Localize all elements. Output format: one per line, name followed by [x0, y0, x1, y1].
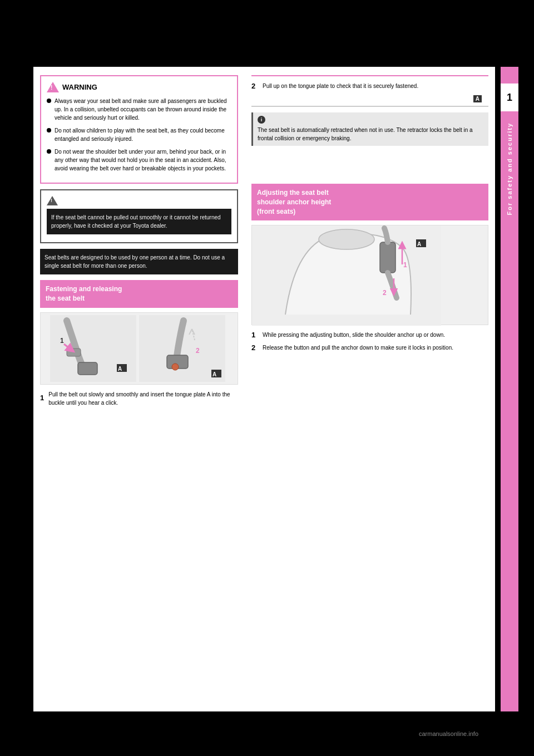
caution-header [47, 196, 231, 205]
warning-text-2: Do not allow children to play with the s… [55, 126, 231, 143]
adj-step2-number: 2 [251, 343, 260, 352]
info-text: The seat belt is automatically retracted… [258, 127, 473, 141]
warning-title: WARNING [62, 83, 97, 91]
svg-point-8 [172, 364, 179, 370]
warning-header: WARNING [47, 82, 231, 92]
fastening-title-line1: Fastening and releasing [46, 284, 233, 294]
svg-rect-14 [380, 242, 395, 273]
bullet-icon-3 [47, 149, 51, 154]
adj-step2-text: Release the button and pull the anchor d… [263, 343, 453, 352]
two-columns: WARNING Always wear your seat belt and m… [33, 67, 495, 711]
page-container: 1 For safety and security WARNING Always… [0, 0, 534, 756]
step1-text: Pull the belt out slowly and smoothly an… [48, 390, 238, 407]
warning-item-2: Do not allow children to play with the s… [47, 126, 231, 143]
caution-detail-box: Seat belts are designed to be used by on… [40, 249, 238, 274]
step2-divider [251, 106, 488, 107]
step1-number: 1 [40, 394, 44, 402]
svg-rect-1 [78, 362, 97, 375]
warning-item-3: Do not wear the shoulder belt under your… [47, 148, 231, 173]
svg-rect-2 [67, 348, 81, 356]
caution-detail-wrapper: Seat belts are designed to be used by on… [40, 249, 238, 274]
chapter-label: For safety and security [506, 122, 513, 215]
warning-text-1: Always wear your seat belt and make sure… [55, 97, 231, 122]
adjusting-title-1: Adjusting the seat belt [257, 188, 483, 198]
caution-text: If the seat belt cannot be pulled out sm… [51, 214, 221, 229]
adjusting-svg: 1 2 A [252, 225, 441, 326]
svg-text:A: A [212, 371, 216, 377]
top-divider [251, 75, 488, 76]
svg-text:A: A [118, 366, 122, 372]
svg-point-13 [319, 229, 374, 249]
svg-text:2: 2 [196, 347, 200, 355]
adjusting-illustration: 1 2 A [251, 225, 488, 325]
caution-dark-box: If the seat belt cannot be pulled out sm… [47, 209, 231, 234]
adj-step1-row: 1 While pressing the adjusting button, s… [251, 331, 488, 339]
fastening-step1-row: 1 Pull the belt out slowly and smoothly … [40, 390, 238, 407]
chapter-number: 1 [501, 84, 518, 111]
caution-box: If the seat belt cannot be pulled out sm… [40, 189, 238, 243]
fastening-illustration: 1 A [40, 312, 238, 385]
bottom-bar: carmanualsonline.info [0, 711, 534, 756]
adj-step1-number: 1 [251, 331, 260, 339]
info-block: i The seat belt is automatically retract… [251, 112, 488, 146]
website-text: carmanualsonline.info [419, 730, 478, 737]
info-icon-text: i [261, 117, 263, 122]
step2-label-a: A [473, 95, 482, 102]
content-wrapper: WARNING Always wear your seat belt and m… [33, 67, 495, 711]
caution-detail-text: Seat belts are designed to be used by on… [44, 254, 225, 269]
warning-box: WARNING Always wear your seat belt and m… [40, 75, 238, 184]
warning-triangle-icon [47, 82, 59, 92]
adjusting-title-2: shoulder anchor height [257, 198, 483, 207]
spacer [251, 150, 488, 184]
adj-step1-text: While pressing the adjusting button, sli… [263, 331, 445, 339]
caution-triangle-icon [47, 196, 58, 205]
left-column: WARNING Always wear your seat belt and m… [33, 67, 245, 711]
adjusting-title-3: (front seats) [257, 207, 483, 217]
fastening-svg: 1 A [50, 315, 228, 382]
fastening-section-header: Fastening and releasing the seat belt [40, 280, 238, 308]
svg-text:A: A [417, 241, 421, 247]
svg-text:1: 1 [403, 261, 407, 269]
right-accent-bar: 1 For safety and security [501, 67, 518, 711]
step2-badge: 2 [251, 82, 260, 90]
bullet-icon-1 [47, 99, 51, 103]
info-icon: i [258, 116, 265, 124]
warning-text-3: Do not wear the shoulder belt under your… [55, 148, 231, 173]
step2-wrapper: 2 Pull up on the tongue plate to check t… [251, 82, 488, 107]
bullet-icon-2 [47, 128, 51, 132]
warning-item-1: Always wear your seat belt and make sure… [47, 97, 231, 122]
step2-row: 2 Pull up on the tongue plate to check t… [251, 82, 488, 90]
svg-text:1: 1 [60, 337, 64, 345]
svg-text:2: 2 [383, 289, 387, 297]
adj-step2-row: 2 Release the button and pull the anchor… [251, 343, 488, 352]
fastening-title-line2: the seat belt [46, 294, 233, 303]
step2-text: Pull up on the tongue plate to check tha… [263, 82, 418, 90]
right-column: 2 Pull up on the tongue plate to check t… [245, 67, 495, 711]
top-bar [0, 0, 534, 67]
adjusting-section-header: Adjusting the seat belt shoulder anchor … [251, 184, 488, 220]
